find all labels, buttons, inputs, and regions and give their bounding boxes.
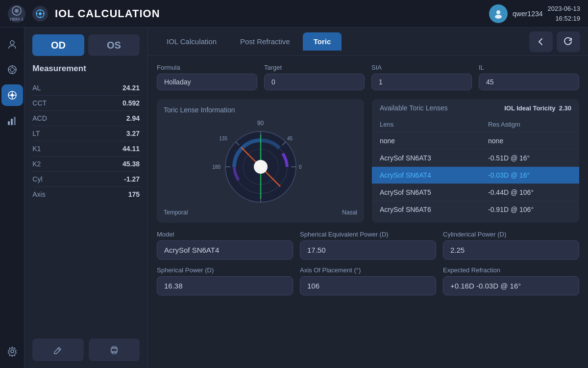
meas-value: 3.27 — [126, 130, 140, 137]
axis-placement-label: Axis Of Placement (°) — [300, 266, 436, 274]
sidebar-item-lens[interactable] — [1, 59, 23, 80]
res-cell: -0.51D @ 16° — [480, 150, 579, 167]
lenses-header: Available Toric Lenses IOL Ideal Toricit… — [372, 99, 579, 117]
sidebar-item-chart[interactable] — [1, 110, 23, 131]
print-button[interactable] — [89, 339, 140, 361]
measurement-row: K144.11 — [32, 141, 140, 157]
tabs-bar: IOL Calculation Post Refractive Toric — [148, 27, 588, 56]
target-field: Target — [264, 64, 365, 90]
model-label: Model — [157, 231, 293, 238]
tab-iol-calculation[interactable]: IOL Calculation — [156, 32, 227, 51]
cylinderical-value: 2.25 — [443, 240, 579, 260]
tab-toric[interactable]: Toric — [303, 32, 342, 51]
panel-bottom-buttons — [32, 339, 140, 361]
tab-post-refractive[interactable]: Post Refractive — [229, 32, 301, 51]
meas-label: K2 — [32, 160, 41, 168]
dial-label-temporal: Temporal — [164, 209, 188, 216]
bottom-fields-row2: Spherical Power (D) 16.38 Axis Of Placem… — [157, 266, 579, 295]
meas-label: LT — [32, 130, 40, 137]
col-lens-header: Lens — [372, 117, 480, 132]
sidebar-item-settings[interactable] — [1, 341, 23, 362]
edit-button[interactable] — [32, 339, 83, 361]
expected-refraction-label: Expected Refraction — [443, 266, 579, 274]
toric-lense-info-title: Toric Lense Information — [164, 106, 357, 114]
sidebar-item-user[interactable] — [1, 33, 23, 55]
meas-value: 24.21 — [122, 84, 140, 92]
il-input[interactable] — [479, 74, 579, 90]
svg-point-8 — [496, 10, 500, 14]
col-res-header: Res Astigm — [480, 117, 579, 132]
meas-value: 44.11 — [122, 145, 140, 153]
res-cell: -0.44D @ 106° — [480, 184, 579, 201]
formula-label: Formula — [157, 64, 257, 71]
page-title: IOL CALCULATION — [55, 7, 482, 20]
back-button[interactable] — [529, 31, 553, 52]
svg-point-31 — [116, 349, 117, 350]
il-field: IL — [479, 64, 579, 90]
cylinderical-label: Cylinderical Power (D) — [443, 231, 579, 238]
eye-os-button[interactable]: OS — [88, 34, 140, 56]
meas-value: 45.38 — [122, 160, 140, 168]
res-cell: -0.91D @ 106° — [480, 201, 579, 218]
svg-text:180: 180 — [212, 164, 220, 170]
measurement-row: CCT0.592 — [32, 96, 140, 111]
sia-label: SIA — [371, 64, 472, 71]
iol-toricity-value: 2.30 — [559, 105, 571, 112]
reset-button[interactable] — [557, 31, 580, 52]
dial-label-top: 90 — [164, 120, 357, 127]
lens-cell: none — [372, 132, 480, 150]
axis-placement-value: 106 — [300, 276, 436, 295]
lenses-title: Available Toric Lenses — [380, 104, 448, 112]
measurement-row: K245.38 — [32, 157, 140, 172]
spherical-eq-field: Spherical Equivalent Power (D) 17.50 — [300, 231, 436, 260]
svg-rect-24 — [11, 119, 13, 125]
svg-rect-25 — [14, 117, 16, 125]
formula-field: Formula — [157, 64, 257, 90]
lens-cell: AcrySof SN6AT3 — [372, 150, 480, 167]
model-value: AcrySof SN6AT4 — [157, 240, 293, 260]
meas-label: Axis — [32, 190, 45, 198]
sia-input[interactable] — [371, 74, 472, 90]
formula-input[interactable] — [157, 74, 257, 90]
target-input[interactable] — [264, 74, 365, 90]
spherical-power-value: 16.38 — [157, 276, 293, 295]
svg-point-1 — [15, 9, 19, 13]
formula-row: Formula Target SIA IL — [157, 64, 579, 90]
top-bar: HBM-1 IOL CALCULATION qwer1234 2023-06-1… — [0, 0, 588, 27]
meas-value: -1.27 — [124, 175, 140, 183]
lens-row[interactable]: AcrySof SN6AT3-0.51D @ 16° — [372, 150, 579, 167]
meas-value: 0.592 — [122, 99, 140, 107]
meas-label: CCT — [32, 99, 47, 107]
svg-point-12 — [10, 68, 14, 72]
lens-row[interactable]: AcrySof SN6AT4-0.03D @ 16° — [372, 167, 579, 184]
svg-point-18 — [11, 94, 14, 97]
spherical-eq-label: Spherical Equivalent Power (D) — [300, 231, 436, 238]
nav-buttons — [529, 31, 580, 52]
lens-row[interactable]: AcrySof SN6AT6-0.91D @ 106° — [372, 201, 579, 218]
eye-od-button[interactable]: OD — [32, 34, 84, 56]
device-label: HBM-1 — [10, 17, 24, 22]
measurement-row: Cyl-1.27 — [32, 172, 140, 187]
lens-row[interactable]: AcrySof SN6AT5-0.44D @ 106° — [372, 184, 579, 201]
expected-refraction-field: Expected Refraction +0.16D -0.03D @ 16° — [443, 266, 579, 295]
lens-row[interactable]: nonenone — [372, 132, 579, 150]
measurement-row: LT3.27 — [32, 126, 140, 141]
svg-text:135: 135 — [219, 136, 227, 141]
right-content: IOL Calculation Post Refractive Toric — [148, 27, 588, 368]
spherical-power-label: Spherical Power (D) — [157, 266, 293, 274]
username: qwer1234 — [513, 10, 543, 18]
lens-cell: AcrySof SN6AT6 — [372, 201, 480, 218]
iol-toricity: IOL Ideal Toricity 2.30 — [504, 105, 571, 112]
spherical-power-field: Spherical Power (D) 16.38 — [157, 266, 293, 295]
target-label: Target — [264, 64, 365, 71]
svg-point-3 — [39, 12, 42, 15]
dial-label-nasal: Nasal — [342, 209, 357, 216]
avatar — [489, 4, 508, 23]
expected-refraction-value: +0.16D -0.03D @ 16° — [443, 276, 579, 295]
meas-label: ACD — [32, 114, 47, 122]
left-panel: OD OS Measurement AL24.21CCT0.592ACD2.94… — [24, 27, 148, 368]
svg-point-47 — [254, 160, 268, 174]
sidebar-item-iol[interactable] — [1, 84, 23, 106]
svg-point-26 — [11, 350, 14, 353]
measurement-row: ACD2.94 — [32, 111, 140, 126]
